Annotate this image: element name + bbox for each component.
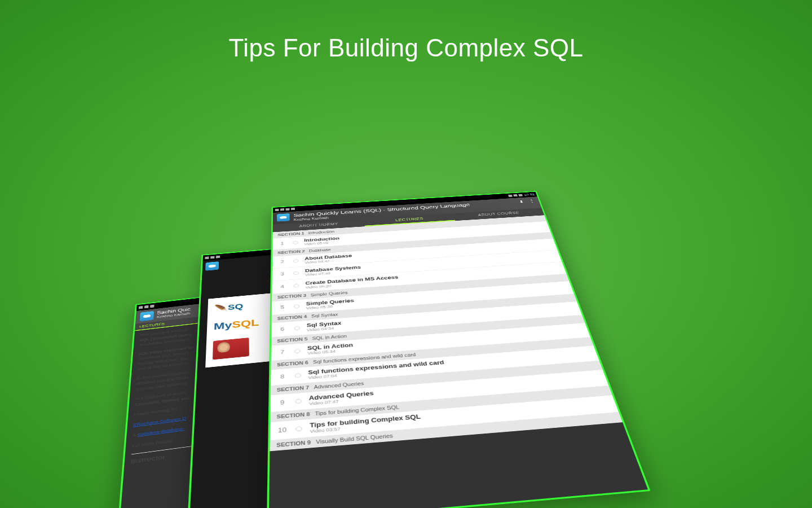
- lecture-number: 10: [276, 426, 288, 434]
- progress-node-icon: [293, 241, 298, 244]
- progress-node-icon: [294, 349, 301, 353]
- progress-node-icon: [294, 304, 299, 308]
- status-icon: [205, 256, 209, 259]
- section-label: SECTION 9: [276, 440, 311, 448]
- status-icon: [280, 208, 284, 211]
- lecture-number: 7: [277, 349, 288, 356]
- progress-node-icon: [295, 426, 302, 432]
- status-icon: [291, 208, 295, 210]
- section-label: SECTION 6: [277, 360, 308, 367]
- mysql-my: My: [214, 320, 232, 332]
- lectures-list: SECTION 1Introduction1IntroductionVideo …: [270, 215, 623, 451]
- section-label: SECTION 5: [277, 337, 307, 344]
- mysql-sql: SQL: [232, 317, 259, 330]
- section-name: SQL in Action: [312, 334, 347, 341]
- section-label: SECTION 1: [278, 232, 304, 237]
- app-logo-icon: [277, 213, 290, 222]
- progress-node-icon: [293, 259, 298, 262]
- download-icon[interactable]: [518, 199, 524, 204]
- status-time: 10:31: [523, 193, 535, 196]
- device-scene: Sachin Quic Krishna Kamath LECTURES This…: [0, 0, 812, 508]
- status-icon: [286, 208, 290, 211]
- erachana-link[interactable]: ERachana Software D: [133, 416, 186, 427]
- lecture-number: 5: [277, 304, 288, 310]
- device-front: 10:31 Sachin Quickly Learns (SQL) - Stru…: [267, 191, 651, 508]
- sqlite-logo: 🪶SQ: [214, 302, 244, 313]
- section-label: SECTION 4: [277, 314, 307, 321]
- progress-node-icon: [294, 284, 299, 288]
- status-icon: [210, 256, 214, 259]
- wifi-icon: [513, 194, 518, 196]
- status-icon: [275, 209, 279, 211]
- section-name: Introduction: [308, 230, 335, 235]
- instructor-thumbnail[interactable]: [213, 338, 249, 360]
- status-icon: [139, 306, 143, 309]
- lecture-number: 3: [277, 271, 287, 277]
- progress-node-icon: [293, 271, 299, 275]
- codeless-db-link[interactable]: codeless-database-: [138, 426, 185, 437]
- progress-node-icon: [294, 326, 300, 331]
- app-logo-icon: [140, 311, 154, 321]
- section-label: SECTION 3: [277, 294, 306, 299]
- section-label: SECTION 2: [277, 249, 304, 255]
- lecture-number: 6: [277, 326, 287, 332]
- lecture-number: 1: [277, 241, 286, 246]
- progress-node-icon: [295, 399, 302, 404]
- sqlite-label: SQ: [228, 302, 244, 311]
- section-name: Sql Syntax: [311, 312, 338, 318]
- status-icon: [150, 305, 155, 308]
- status-icon: [144, 305, 149, 309]
- signal-icon: [508, 195, 513, 197]
- lecture-number: 2: [277, 259, 287, 264]
- more-icon[interactable]: [528, 199, 536, 203]
- section-label: SECTION 8: [276, 411, 310, 419]
- progress-node-icon: [295, 373, 301, 378]
- section-label: SECTION 7: [277, 385, 309, 392]
- app-logo-icon: [205, 261, 219, 271]
- lecture-number: 9: [277, 399, 288, 406]
- lecture-number: 4: [277, 284, 287, 290]
- battery-icon: [519, 194, 523, 196]
- section-name: Database: [309, 248, 331, 253]
- feather-icon: 🪶: [214, 304, 228, 313]
- mysql-logo: MySQL: [214, 317, 259, 332]
- lecture-number: 8: [277, 373, 288, 380]
- status-icon: [216, 256, 220, 259]
